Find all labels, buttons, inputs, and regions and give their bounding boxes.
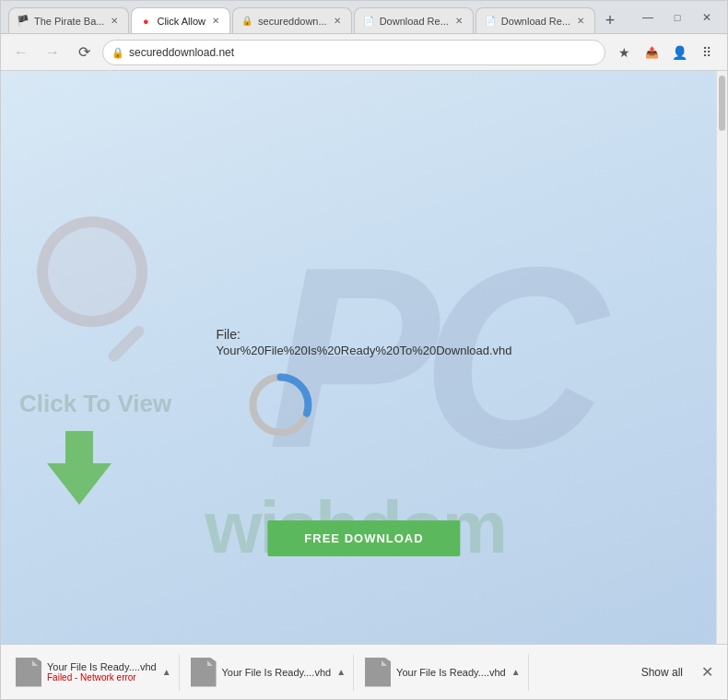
tab-download-re-1-label: Download Re... (380, 16, 449, 27)
download-item-1[interactable]: Your File Is Ready....vhd Failed - Netwo… (8, 654, 180, 691)
download-bar: Your File Is Ready....vhd Failed - Netwo… (1, 644, 727, 699)
maximize-button[interactable]: □ (664, 5, 690, 30)
file-label: File: (216, 327, 240, 342)
show-all-button[interactable]: Show all (634, 662, 690, 682)
tab-secureddownload[interactable]: 🔒 secureddown... ✕ (232, 7, 352, 33)
scrollbar[interactable] (716, 71, 727, 644)
back-button[interactable]: ← (8, 40, 34, 65)
download-info-1: Your File Is Ready....vhd Failed - Netwo… (47, 661, 157, 682)
tab-pirate-bay-close[interactable]: ✕ (108, 15, 121, 28)
svg-marker-0 (47, 431, 112, 505)
download-info-2: Your File Is Ready....vhd (222, 667, 332, 678)
minimize-button[interactable]: — (635, 5, 661, 30)
download-info-3: Your File Is Ready....vhd (396, 667, 506, 678)
download-section: File: Your%20File%20Is%20Ready%20To%20Do… (216, 327, 511, 446)
download-item-2[interactable]: Your File Is Ready....vhd ▲ (183, 654, 355, 691)
tab-click-allow-label: Click Allow (157, 16, 205, 27)
window-controls: — □ ✕ (635, 5, 720, 30)
tab-download-re-2-close[interactable]: ✕ (574, 15, 587, 28)
address-bar: ← → ⟳ 🔒 ★ 📤 👤 ⠿ (1, 34, 727, 71)
scrollbar-thumb[interactable] (719, 76, 725, 131)
click-to-view-text: Click To View (19, 389, 171, 417)
browser-frame: 🏴 The Pirate Ba... ✕ ● Click Allow ✕ 🔒 s… (0, 0, 728, 700)
tab-pirate-bay[interactable]: 🏴 The Pirate Ba... ✕ (8, 7, 129, 33)
magnifier-handle (106, 323, 147, 364)
download-chevron-3[interactable]: ▲ (511, 667, 521, 677)
svg-marker-6 (207, 660, 213, 666)
new-tab-button[interactable]: + (597, 7, 623, 33)
tab-download-re-1-close[interactable]: ✕ (452, 15, 465, 28)
svg-marker-8 (382, 660, 387, 666)
forward-button[interactable]: → (40, 40, 65, 65)
green-arrow (42, 426, 116, 513)
tab-download-re-2-icon: 📄 (484, 15, 497, 28)
tab-download-re-1-icon: 📄 (362, 15, 375, 28)
download-file-icon-2 (191, 658, 217, 687)
download-chevron-1[interactable]: ▲ (162, 667, 171, 677)
tab-click-allow[interactable]: ● Click Allow ✕ (131, 7, 230, 33)
download-name-2: Your File Is Ready....vhd (222, 667, 332, 678)
download-item-3[interactable]: Your File Is Ready....vhd ▲ (358, 654, 529, 691)
magnifier-circle (37, 216, 147, 327)
svg-rect-3 (19, 660, 32, 684)
tab-click-allow-icon: ● (139, 15, 152, 28)
profile-button[interactable]: 👤 (666, 40, 692, 65)
bookmark-button[interactable]: ★ (611, 40, 637, 65)
close-button[interactable]: ✕ (694, 5, 720, 30)
url-input[interactable] (102, 40, 605, 65)
tab-secureddownload-icon: 🔒 (241, 15, 253, 28)
tab-pirate-bay-icon: 🏴 (17, 15, 29, 28)
download-name-3: Your File Is Ready....vhd (396, 667, 506, 678)
tab-secureddownload-label: secureddown... (258, 16, 327, 27)
extensions-button[interactable]: ⠿ (694, 40, 720, 65)
tab-download-re-2[interactable]: 📄 Download Re... ✕ (476, 7, 595, 33)
close-download-bar-button[interactable]: ✕ (694, 659, 720, 685)
svg-rect-5 (194, 660, 207, 684)
magnifier-watermark (37, 216, 147, 327)
tab-pirate-bay-label: The Pirate Ba... (34, 16, 104, 27)
title-bar: 🏴 The Pirate Ba... ✕ ● Click Allow ✕ 🔒 s… (1, 1, 727, 34)
download-file-icon-1 (16, 658, 41, 687)
cast-button[interactable]: 📤 (639, 40, 664, 65)
free-download-button[interactable]: FREE DOWNLOAD (267, 520, 460, 556)
progress-ring (243, 368, 317, 446)
tabs-area: 🏴 The Pirate Ba... ✕ ● Click Allow ✕ 🔒 s… (8, 1, 635, 33)
file-name: Your%20File%20Is%20Ready%20To%20Download… (216, 344, 511, 357)
download-chevron-2[interactable]: ▲ (336, 667, 346, 677)
svg-marker-4 (32, 660, 38, 666)
download-file-icon-3 (365, 658, 391, 687)
toolbar-icons: ★ 📤 👤 ⠿ (611, 40, 720, 65)
tab-download-re-1[interactable]: 📄 Download Re... ✕ (354, 7, 474, 33)
download-name-1: Your File Is Ready....vhd (47, 661, 157, 672)
tab-download-re-2-label: Download Re... (501, 16, 570, 27)
tab-secureddownload-close[interactable]: ✕ (331, 15, 344, 28)
reload-button[interactable]: ⟳ (71, 40, 97, 65)
download-status-1: Failed - Network error (47, 672, 157, 682)
svg-rect-7 (369, 660, 382, 684)
tab-click-allow-close[interactable]: ✕ (209, 15, 222, 28)
page-content: PC Click To View wishdom File: Your%20Fi… (1, 71, 727, 644)
address-wrapper: 🔒 (102, 40, 605, 65)
